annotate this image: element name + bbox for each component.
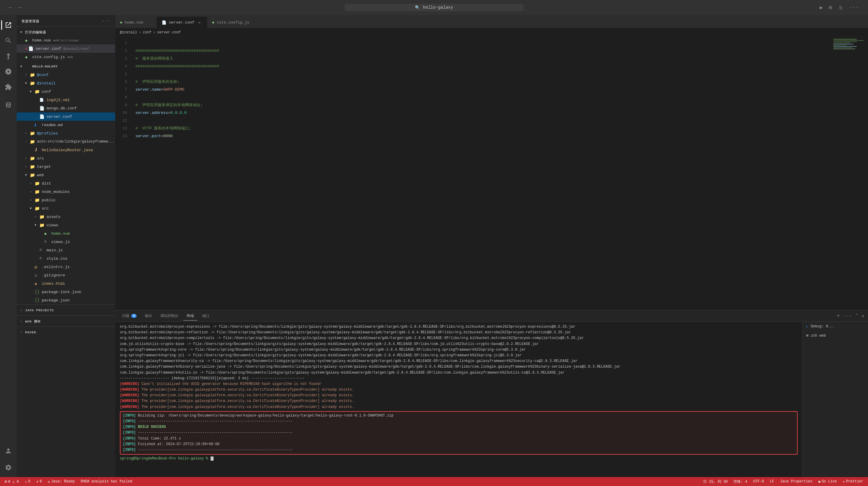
tree-profiles[interactable]: › 📁 @profiles <box>17 129 115 137</box>
status-java-ready[interactable]: ↻ Java: Ready <box>48 480 74 484</box>
layout-button[interactable]: ⊞ <box>829 4 832 11</box>
panel-tab-output[interactable]: 输出 <box>142 312 156 321</box>
tree-mongo-db[interactable]: 📄 mongo.db.conf <box>17 104 115 112</box>
tree-style-css[interactable]: # style.css <box>17 254 115 263</box>
panel-tab-problems[interactable]: 问题 6 <box>119 312 140 321</box>
status-warnings[interactable]: ✗ 0 <box>36 480 42 484</box>
sidebar-item-source-control[interactable] <box>1 49 16 63</box>
tree-gitignore[interactable]: ◎ .gitignore <box>17 271 115 280</box>
panel-tab-debug-console[interactable]: 调试控制台 <box>157 312 182 321</box>
tree-node-modules[interactable]: › 📁 node_modules <box>17 188 115 196</box>
tree-views[interactable]: ▼ 📁 views <box>17 221 115 229</box>
right-panel-debug[interactable]: ▷ Debug: H... <box>803 322 868 331</box>
open-file-home-vue[interactable]: ◆ home.vue web/src/views <box>17 36 115 44</box>
tab-close-server-conf[interactable]: ✕ <box>197 20 202 25</box>
open-file-server-conf[interactable]: ✗ 📄 server.conf @install/conf <box>17 44 115 53</box>
npm-header[interactable]: › NPM 脚本 <box>17 318 115 325</box>
split-button[interactable]: ⫼ <box>838 4 843 11</box>
maven-header[interactable]: › MAVEN <box>17 329 115 336</box>
activity-bar <box>0 15 17 477</box>
java-projects-header[interactable]: › JAVA PROJECTS <box>17 306 115 314</box>
tree-install-dir[interactable]: ▼ 📁 @install <box>17 79 115 87</box>
status-errors[interactable]: ⚠ 6 <box>25 480 30 484</box>
status-prettier[interactable]: ✦ Prettier <box>843 479 863 484</box>
tree-src-web[interactable]: ▼ 📁 src <box>17 204 115 213</box>
tree-pkg-lock[interactable]: {} package-lock.json <box>17 288 115 296</box>
breadcrumb-conf[interactable]: conf <box>143 30 152 35</box>
open-file-vite-config-label: vite.config.js web <box>32 55 73 59</box>
more-button[interactable]: ··· <box>849 4 859 10</box>
tab-vite-config[interactable]: ◆ vite.config.js <box>207 17 254 28</box>
tree-server-conf[interactable]: 📄 server.conf <box>17 112 115 121</box>
tree-log4j2[interactable]: 📄 log4j2.xml <box>17 96 115 104</box>
sidebar-item-remote[interactable] <box>1 444 16 458</box>
line-content-13: server.port=8090 <box>133 132 173 140</box>
sidebar-item-run-debug[interactable] <box>1 64 16 79</box>
status-remote[interactable]: ⊞ 0 △ 0 <box>5 480 19 484</box>
tree-home-vue[interactable]: ◆ home.vue <box>17 229 115 238</box>
tree-conf-dir[interactable]: › 📁 @conf <box>17 71 115 79</box>
breadcrumb-install[interactable]: @install <box>120 30 137 35</box>
tree-root-hello-galaxy[interactable]: ▼ HELLO-GALAXY <box>17 62 115 71</box>
sidebar-item-extensions[interactable] <box>1 80 16 94</box>
maven-section: › MAVEN <box>17 326 115 337</box>
status-eol[interactable]: LF <box>770 479 774 484</box>
status-spaces[interactable]: 空格: 4 <box>734 479 747 484</box>
tree-target[interactable]: › 📁 target <box>17 162 115 171</box>
tree-eslintrc[interactable]: ◎ .eslintrc.js <box>17 263 115 271</box>
status-language[interactable]: Java Properties <box>780 479 812 484</box>
tree-src[interactable]: › 📁 src <box>17 154 115 162</box>
sidebar-more-button[interactable]: ··· <box>102 19 111 24</box>
tree-assets[interactable]: › 📁 assets <box>17 213 115 221</box>
terminal-line-9: com.linkgie.galaxyframework#utils-io -> … <box>120 370 798 376</box>
minimap <box>832 37 868 310</box>
panel-more-button[interactable]: ··· <box>843 313 852 319</box>
panel-collapse-button[interactable]: ˄ <box>856 313 858 319</box>
titlebar-search[interactable]: 🔍 hello-galaxy <box>344 4 524 11</box>
java-icon: ↻ <box>48 480 50 484</box>
status-go-live[interactable]: ◉ Go Live <box>818 479 837 484</box>
tree-auto-src[interactable]: › 📁 auto-src/com/linkgie/galaxyframew... <box>17 137 115 146</box>
status-rhda[interactable]: RHDA analysis has failed <box>81 480 132 484</box>
status-position[interactable]: 行 15, 列 30 <box>703 479 728 484</box>
tree-web[interactable]: ▼ 📁 web <box>17 171 115 179</box>
tree-views-js[interactable]: # views.js <box>17 238 115 246</box>
install-dir-label: @install <box>37 81 56 86</box>
editor-area: ◆ home.vue 📄 server.conf ✕ ◆ vite.config… <box>115 15 868 477</box>
style-css-icon: # <box>39 256 45 261</box>
tree-main-js[interactable]: # main.js <box>17 246 115 254</box>
tree-pkg-json[interactable]: {} package.json <box>17 296 115 304</box>
right-panel-zsh[interactable]: ⊞ zsh web <box>803 331 868 340</box>
panel-close-button[interactable]: ✕ <box>862 313 864 319</box>
play-button[interactable]: ▶ <box>820 4 823 11</box>
npm-title: NPM 脚本 <box>25 319 41 324</box>
sidebar-item-settings[interactable] <box>1 460 16 475</box>
open-editors-header[interactable]: ▼ 打开的编辑器 <box>17 28 115 36</box>
gitignore-label: .gitignore <box>42 273 65 278</box>
panel-tab-ports[interactable]: 端口 <box>199 312 213 321</box>
tree-index-html[interactable]: ◈ index.html <box>17 280 115 288</box>
terminal-prompt[interactable]: spring@SpringdeMacBook-Pro hello-galaxy … <box>120 456 798 461</box>
tree-conf-subdir[interactable]: ▼ 📁 conf <box>17 87 115 96</box>
tree-public[interactable]: › 📁 public <box>17 196 115 204</box>
editor-content[interactable]: 1 2 ####################################… <box>115 37 832 310</box>
back-button[interactable]: ← <box>9 4 12 10</box>
tab-home-vue[interactable]: ◆ home.vue <box>115 17 157 28</box>
forward-button[interactable]: → <box>18 4 22 10</box>
terminal-line-10: ----------------------- [debug-172191756… <box>120 376 798 381</box>
panel-add-button[interactable]: + <box>837 313 840 319</box>
home-vue-tree-label: home.vue <box>51 231 70 236</box>
tab-server-conf[interactable]: 📄 server.conf ✕ <box>157 17 207 28</box>
code-line-2: 2 #################################### <box>115 47 832 55</box>
panel-tab-terminal[interactable]: 终端 <box>183 312 197 321</box>
terminal-content-main[interactable]: org.bitbucket.mstrobel#procyon-expressio… <box>115 322 802 477</box>
tree-dist[interactable]: › 📁 dist <box>17 179 115 188</box>
tree-readme[interactable]: ℹ readme.md <box>17 121 115 129</box>
sidebar-item-database[interactable] <box>1 98 16 112</box>
status-encoding[interactable]: UTF-8 <box>753 479 764 484</box>
line-content-4: #################################### <box>133 63 219 70</box>
open-file-vite-config[interactable]: ◆ vite.config.js web <box>17 53 115 61</box>
sidebar-item-search[interactable] <box>1 33 16 48</box>
sidebar-item-explorer[interactable] <box>1 18 16 32</box>
tree-hello-galaxy-booter[interactable]: J HelloGalaxyBooter.java <box>17 146 115 154</box>
